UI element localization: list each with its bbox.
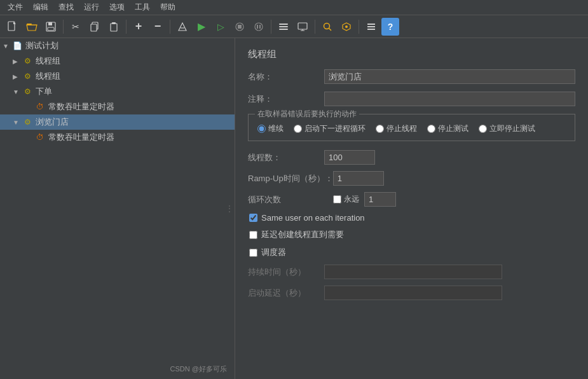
sep5 (315, 20, 315, 34)
tree-item-down-order[interactable]: ▼ ⚙ 下单 (0, 84, 235, 99)
tree-label-down-order: 下单 (36, 86, 52, 97)
svg-rect-26 (367, 29, 375, 30)
same-user-checkbox[interactable] (249, 214, 257, 222)
gear-icon-3: ⚙ (22, 86, 33, 97)
copy-btn[interactable] (86, 18, 104, 36)
forever-checkbox-row[interactable]: 永远 (333, 194, 359, 205)
rampup-input[interactable] (333, 171, 384, 186)
same-user-row: Same user on each iteration (248, 213, 575, 223)
svg-rect-18 (279, 29, 288, 30)
svg-rect-19 (298, 23, 307, 29)
tree-item-timer-2[interactable]: ⏱ 常数吞吐量定时器 (0, 130, 235, 145)
list-btn[interactable] (362, 18, 380, 36)
error-option-stop-thread[interactable]: 停止线程 (376, 123, 417, 134)
thread-count-input[interactable] (324, 150, 375, 165)
svg-rect-16 (279, 24, 288, 25)
radio-continue[interactable] (257, 125, 266, 133)
error-option-next-loop[interactable]: 启动下一进程循环 (294, 123, 366, 134)
comment-input[interactable] (324, 92, 575, 106)
add-btn[interactable]: + (130, 18, 147, 36)
svg-rect-24 (367, 24, 375, 25)
resize-handle[interactable]: ⋮ (224, 202, 235, 216)
name-label: 名称： (248, 71, 324, 83)
tree-item-thread-group-1[interactable]: ▶ ⚙ 线程组 (0, 53, 235, 69)
open-btn[interactable] (23, 18, 41, 36)
delay-threads-label: 延迟创建线程直到需要 (261, 229, 344, 240)
loop-row: 循环次数 永远 (248, 192, 575, 207)
error-radio-group: 维续 启动下一进程循环 停止线程 停止测试 立即停止测试 (257, 121, 566, 134)
tree-label-browse: 浏览门店 (36, 116, 69, 128)
sep1 (63, 20, 64, 34)
settings-btn[interactable] (275, 18, 292, 36)
remote-btn[interactable] (294, 18, 311, 36)
menu-find[interactable]: 查找 (53, 1, 79, 14)
startup-delay-row: 启动延迟（秒） (248, 286, 575, 300)
timer-icon-1: ⏱ (34, 101, 46, 113)
save-btn[interactable] (42, 18, 60, 36)
forever-checkbox[interactable] (333, 195, 341, 203)
help-btn[interactable]: ? (381, 18, 399, 36)
left-panel: ▼ 📄 测试计划 ▶ ⚙ 线程组 ▶ ⚙ 线程组 ▼ ⚙ 下单 ⏱ 常数吞吐量定… (0, 38, 235, 379)
radio-stop-now[interactable] (479, 125, 487, 133)
scheduler-row: 调度器 (248, 247, 575, 258)
name-input[interactable] (324, 69, 575, 84)
doc-icon: 📄 (11, 40, 23, 52)
startup-delay-input[interactable] (324, 286, 502, 300)
delay-threads-checkbox[interactable] (249, 231, 257, 239)
pause-btn[interactable] (250, 18, 268, 36)
svg-rect-4 (48, 22, 52, 25)
svg-rect-7 (91, 24, 97, 31)
start-btn[interactable]: ▷ (212, 18, 229, 36)
sep2 (126, 20, 126, 34)
error-option-continue[interactable]: 维续 (257, 123, 284, 134)
duration-row: 持续时间（秒） (248, 265, 575, 279)
radio-stop-test[interactable] (427, 125, 435, 133)
tree-label-thread-1: 线程组 (36, 55, 60, 67)
arrow-down-order: ▼ (13, 88, 22, 95)
svg-rect-15 (259, 25, 261, 29)
search-btn[interactable] (318, 18, 336, 36)
paste-btn[interactable] (105, 18, 123, 36)
delay-threads-row: 延迟创建线程直到需要 (248, 229, 575, 240)
remove-btn[interactable]: − (149, 18, 167, 36)
scheduler-checkbox[interactable] (249, 249, 257, 257)
tree-item-thread-group-2[interactable]: ▶ ⚙ 线程组 (0, 69, 235, 84)
snippet-btn[interactable] (338, 18, 355, 36)
tree-item-timer-1[interactable]: ⏱ 常数吞吐量定时器 (0, 99, 235, 114)
menu-options[interactable]: 选项 (104, 1, 130, 14)
radio-stop-now-label: 立即停止测试 (489, 123, 535, 134)
error-group-title: 在取样器错误后要执行的动作 (255, 109, 359, 120)
clear-btn[interactable] (174, 18, 191, 36)
right-panel: 线程组 名称： 注释： 在取样器错误后要执行的动作 维续 启动下一进程循环 (235, 38, 588, 379)
loop-count-input[interactable] (364, 192, 396, 207)
tree-item-test-plan[interactable]: ▼ 📄 测试计划 (0, 38, 235, 53)
arrow-thread-2: ▶ (13, 73, 22, 80)
menu-help[interactable]: 帮助 (155, 1, 181, 14)
new-test-btn[interactable] (4, 18, 22, 36)
tree-label-timer-2: 常数吞吐量定时器 (48, 132, 114, 143)
menu-bar: 文件 编辑 查找 运行 选项 工具 帮助 (0, 0, 588, 15)
radio-continue-label: 维续 (268, 123, 284, 134)
radio-stop-thread-label: 停止线程 (386, 123, 417, 134)
section-title: 线程组 (248, 48, 575, 60)
menu-tools[interactable]: 工具 (130, 1, 155, 14)
same-user-label: Same user on each iteration (261, 213, 365, 223)
run-btn[interactable]: ▶ (193, 18, 210, 36)
cut-btn[interactable]: ✂ (67, 18, 85, 36)
sep3 (170, 20, 170, 34)
svg-rect-9 (111, 24, 117, 31)
gear-icon-browse: ⚙ (22, 116, 33, 128)
radio-next-loop[interactable] (294, 125, 302, 133)
menu-edit[interactable]: 编辑 (28, 1, 53, 14)
menu-run[interactable]: 运行 (79, 1, 104, 14)
error-option-stop-now[interactable]: 立即停止测试 (479, 123, 535, 134)
menu-file[interactable]: 文件 (3, 1, 28, 14)
duration-input[interactable] (324, 265, 502, 279)
tree-item-browse-shop[interactable]: ▼ ⚙ 浏览门店 (0, 114, 235, 130)
stop-btn[interactable] (231, 18, 249, 36)
error-option-stop-test[interactable]: 停止测试 (427, 123, 468, 134)
arrow-test-plan: ▼ (3, 43, 11, 50)
arrow-browse: ▼ (13, 119, 22, 126)
radio-stop-thread[interactable] (376, 125, 384, 133)
svg-rect-14 (257, 25, 258, 29)
